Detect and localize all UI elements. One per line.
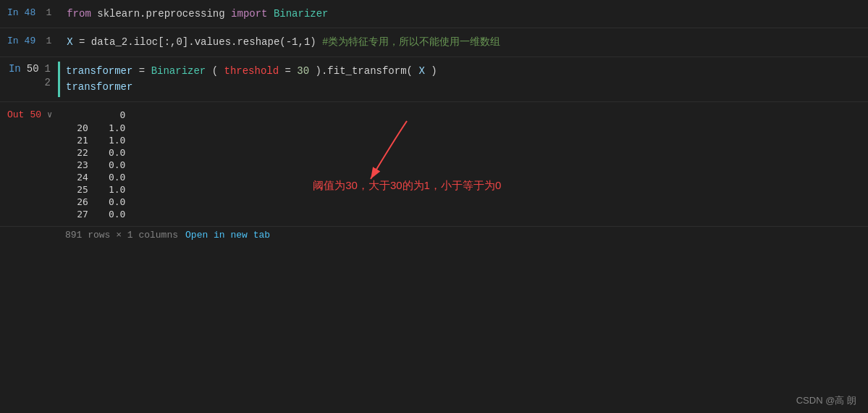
cell-49-content[interactable]: X = data_2.iloc[:,0].values.reshape(-1,1… — [59, 33, 868, 51]
code-plain: ( — [212, 65, 218, 77]
code-var: X — [418, 65, 424, 77]
cell-48-content[interactable]: from sklearn.preprocessing import Binari… — [59, 4, 868, 23]
cell-50-linenum1: 1 — [45, 63, 51, 75]
table-row: 251.0 — [74, 183, 143, 196]
code-plain: sklearn.preprocessing — [97, 8, 231, 20]
output-num: 50 — [30, 109, 41, 120]
table-row: 201.0 — [74, 122, 143, 134]
df-value-cell: 0.0 — [106, 159, 143, 171]
cell-50-line2: transformer — [66, 79, 861, 95]
df-col-header: 0 — [106, 108, 143, 122]
code-class: Binarizer — [274, 8, 329, 20]
table-row: 240.0 — [74, 171, 143, 183]
table-row: 230.0 — [74, 159, 143, 171]
cell-49-num: 49 — [25, 36, 36, 46]
chevron-down-icon[interactable]: ∨ — [47, 109, 52, 120]
cell-50: In 50 1 2 transformer = Binarizer ( thre… — [0, 57, 868, 102]
code-var: X — [67, 36, 72, 48]
cell-49-linenum: 1 — [41, 36, 51, 46]
code-comment: #类为特征专用，所以不能使用一维数组 — [322, 36, 500, 48]
cell-50-num: 50 — [27, 63, 39, 75]
df-index-cell: 21 — [74, 134, 106, 146]
code-plain: = — [285, 65, 291, 77]
code-plain: ) — [431, 65, 437, 77]
df-value-cell: 0.0 — [106, 171, 143, 183]
code-num: 30 — [297, 65, 309, 77]
cell-50-in: In — [9, 63, 21, 75]
df-value-cell: 0.0 — [106, 196, 143, 208]
df-index-cell: 20 — [74, 122, 106, 134]
table-row: 211.0 — [74, 134, 143, 146]
df-value-cell: 1.0 — [106, 183, 143, 196]
df-value-cell: 0.0 — [106, 208, 143, 220]
code-class: Binarizer — [151, 65, 206, 77]
cell-48: In 48 1 from sklearn.preprocessing impor… — [0, 0, 868, 28]
code-var: transformer — [66, 81, 132, 93]
code-plain: = — [139, 65, 151, 77]
cell-50-linenum2: 2 — [45, 77, 51, 88]
cell-50-label-row1: In 50 1 — [9, 63, 51, 75]
cell-49-label: In 49 1 — [0, 33, 59, 51]
code-plain: ).fit_transform( — [316, 65, 413, 77]
code-plain: = data_2.iloc[:,0].values.reshape(-1,1) — [79, 36, 322, 48]
df-value-cell: 1.0 — [106, 122, 143, 134]
code-var: transformer — [66, 65, 132, 77]
code-param: threshold — [224, 65, 279, 77]
df-index-cell: 22 — [74, 146, 106, 159]
code-keyword: from — [67, 8, 91, 20]
row-count: 891 rows × 1 columns — [65, 230, 178, 241]
output-50: Out 50 ∨ 0 201.0211.0220.0230.0240.0251.… — [0, 102, 868, 227]
df-index-cell: 26 — [74, 196, 106, 208]
cell-48-label: In 48 1 — [0, 4, 59, 23]
dataframe-table: 0 201.0211.0220.0230.0240.0251.0260.0270… — [74, 108, 143, 220]
table-row: 220.0 — [74, 146, 143, 159]
notebook-container: In 48 1 from sklearn.preprocessing impor… — [0, 0, 868, 413]
arrow-icon — [349, 114, 436, 193]
code-keyword: import — [231, 8, 267, 20]
df-value-cell: 1.0 — [106, 134, 143, 146]
cell-48-in: In — [7, 7, 19, 18]
output-50-content: 0 201.0211.0220.0230.0240.0251.0260.0270… — [59, 107, 868, 222]
df-index-cell: 24 — [74, 171, 106, 183]
output-50-label: Out 50 ∨ — [0, 107, 59, 222]
annotation-text: 阈值为30，大于30的为1，小于等于为0 — [313, 179, 501, 193]
watermark: CSDN @高 朗 — [796, 394, 856, 407]
open-new-tab-link[interactable]: Open in new tab — [185, 230, 270, 241]
df-index-header — [74, 108, 106, 122]
cell-50-label: In 50 1 2 — [0, 62, 58, 97]
df-index-cell: 23 — [74, 159, 106, 171]
cell-50-line1: transformer = Binarizer ( threshold = 30… — [66, 63, 861, 79]
output-footer: 891 rows × 1 columns Open in new tab — [58, 227, 868, 243]
output-out-text: Out — [7, 109, 24, 120]
cell-50-content[interactable]: transformer = Binarizer ( threshold = 30… — [58, 62, 868, 97]
cell-48-num: 48 — [25, 7, 36, 18]
df-index-cell: 27 — [74, 208, 106, 220]
cell-48-linenum: 1 — [41, 7, 51, 18]
df-index-cell: 25 — [74, 183, 106, 196]
cell-50-label-row2: 2 — [45, 75, 51, 91]
table-row: 270.0 — [74, 208, 143, 220]
table-row: 260.0 — [74, 196, 143, 208]
cell-49: In 49 1 X = data_2.iloc[:,0].values.resh… — [0, 28, 868, 57]
cell-49-in: In — [7, 36, 19, 46]
df-value-cell: 0.0 — [106, 146, 143, 159]
